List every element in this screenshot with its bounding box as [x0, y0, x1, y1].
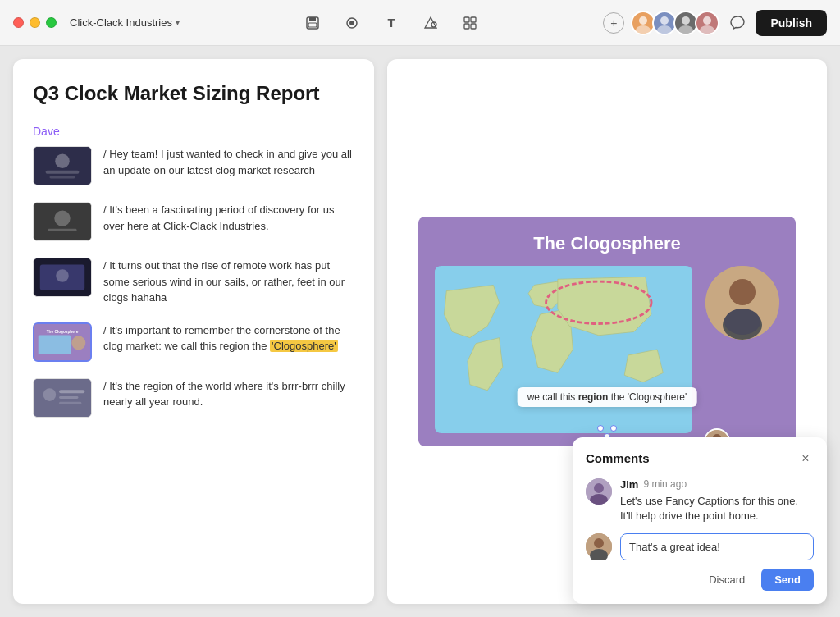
- app-title-chevron-icon: ▾: [176, 18, 180, 27]
- list-item[interactable]: / Hey team! I just wanted to check in an…: [33, 146, 354, 185]
- slide-body: [435, 266, 779, 433]
- comment-timestamp: 9 min ago: [643, 478, 687, 490]
- svg-rect-24: [48, 229, 77, 231]
- right-panel: The Clogosphere: [387, 59, 827, 604]
- record-tool-button[interactable]: [340, 11, 363, 34]
- list-item[interactable]: / It turns out that the rise of remote w…: [33, 258, 354, 306]
- svg-point-47: [594, 483, 604, 493]
- svg-rect-36: [59, 401, 81, 404]
- comment-author-name: Jim: [620, 478, 638, 491]
- document-title: Q3 Clock Market Sizing Report: [33, 82, 354, 105]
- grid-tool-button[interactable]: [459, 11, 482, 34]
- shapes-tool-button[interactable]: [419, 11, 442, 34]
- comment-author-avatar: [586, 478, 612, 505]
- toolbar-right: + Publish: [603, 10, 827, 36]
- text-tool-button[interactable]: T: [380, 11, 403, 34]
- comment-meta: Jim 9 min ago: [620, 478, 814, 491]
- slide-caption[interactable]: we call this region the 'Clogosphere': [518, 387, 697, 407]
- app-title[interactable]: Click-Clack Industries ▾: [70, 16, 180, 29]
- collaborator-avatars: [631, 11, 719, 35]
- caption-bold: region: [578, 391, 609, 403]
- reply-input[interactable]: [620, 533, 814, 560]
- slide-thumbnail-5[interactable]: [33, 378, 92, 418]
- world-map-svg: [435, 266, 692, 433]
- comments-panel: Comments × Jim 9 min ago L: [573, 437, 827, 604]
- person-image: [705, 266, 779, 340]
- svg-rect-7: [471, 17, 476, 22]
- text-icon: T: [388, 16, 395, 30]
- slide-thumbnail-2[interactable]: [33, 202, 92, 241]
- svg-point-31: [71, 336, 85, 350]
- svg-point-14: [682, 16, 690, 25]
- comment-body: Let's use Fancy Captions for this one. I…: [620, 494, 814, 523]
- svg-rect-9: [471, 24, 476, 29]
- reply-area: [586, 533, 814, 560]
- comments-title: Comments: [586, 451, 650, 465]
- svg-point-11: [636, 25, 651, 34]
- svg-point-40: [729, 279, 756, 305]
- svg-rect-20: [46, 171, 80, 174]
- slide-thumbnail-4[interactable]: The Clogosphere: [33, 322, 92, 362]
- svg-point-15: [678, 25, 693, 34]
- minimize-window-button[interactable]: [30, 17, 40, 28]
- comments-header: Comments ×: [586, 450, 814, 467]
- chat-button[interactable]: [726, 11, 749, 34]
- caption-container[interactable]: we call this region the 'Clogosphere': [597, 425, 617, 432]
- svg-rect-1: [309, 17, 316, 21]
- reply-user-avatar: [586, 533, 612, 560]
- main-content: Q3 Clock Market Sizing Report Dave / Hey…: [0, 46, 840, 617]
- slide-inner: The Clogosphere: [418, 217, 796, 446]
- svg-point-16: [703, 16, 711, 25]
- comment-content: Jim 9 min ago Let's use Fancy Captions f…: [620, 478, 814, 523]
- discard-button[interactable]: Discard: [699, 569, 755, 591]
- save-tool-button[interactable]: [301, 11, 324, 34]
- svg-rect-6: [464, 17, 469, 22]
- selection-handle-left[interactable]: [597, 425, 604, 432]
- svg-rect-2: [308, 23, 317, 27]
- slide-text-5: / It's the region of the world where it'…: [103, 378, 354, 410]
- svg-point-4: [349, 21, 354, 25]
- svg-rect-30: [39, 335, 71, 354]
- svg-point-13: [657, 25, 672, 34]
- selection-handle-right[interactable]: [610, 425, 617, 432]
- avatar-4: [695, 11, 719, 35]
- svg-point-17: [700, 25, 714, 34]
- send-button[interactable]: Send: [761, 569, 814, 591]
- list-item[interactable]: / It's the region of the world where it'…: [33, 378, 354, 418]
- left-panel: Q3 Clock Market Sizing Report Dave / Hey…: [13, 59, 374, 604]
- slide-text-4: / It's important to remember the corners…: [103, 322, 354, 354]
- add-collaborator-button[interactable]: +: [603, 12, 624, 34]
- svg-point-10: [639, 16, 647, 25]
- slide-thumbnail-3[interactable]: [33, 258, 92, 297]
- svg-point-42: [724, 308, 760, 335]
- svg-rect-21: [49, 176, 75, 179]
- slide-text-2: / It's been a fascinating period of disc…: [103, 202, 354, 234]
- toolbar-center: T: [189, 11, 593, 34]
- comment-item: Jim 9 min ago Let's use Fancy Captions f…: [586, 478, 814, 523]
- list-item[interactable]: / It's been a fascinating period of disc…: [33, 202, 354, 241]
- slide-text-3: / It turns out that the rise of remote w…: [103, 258, 354, 306]
- slide-thumbnail-1[interactable]: [33, 146, 92, 185]
- svg-point-19: [55, 153, 70, 168]
- list-item[interactable]: The Clogosphere / It's important to reme…: [33, 322, 354, 362]
- maximize-window-button[interactable]: [46, 17, 57, 28]
- svg-rect-35: [59, 396, 78, 399]
- svg-text:The Clogosphere: The Clogosphere: [47, 329, 79, 333]
- svg-point-12: [660, 16, 669, 25]
- svg-rect-8: [464, 24, 469, 29]
- close-window-button[interactable]: [13, 17, 24, 28]
- slide-heading: The Clogosphere: [533, 233, 681, 254]
- close-comments-button[interactable]: ×: [797, 450, 814, 467]
- comment-actions: Discard Send: [586, 569, 814, 591]
- svg-point-50: [594, 538, 604, 548]
- svg-point-23: [54, 210, 70, 226]
- titlebar: Click-Clack Industries ▾ T: [0, 0, 840, 46]
- publish-button[interactable]: Publish: [756, 10, 827, 36]
- speaker-name: Dave: [33, 125, 354, 138]
- caption-text-pre: we call this: [527, 391, 578, 403]
- window-controls: [13, 17, 57, 28]
- svg-point-27: [56, 269, 69, 282]
- slide-text-1: / Hey team! I just wanted to check in an…: [103, 146, 354, 178]
- svg-point-33: [43, 388, 57, 401]
- map-area: [435, 266, 692, 433]
